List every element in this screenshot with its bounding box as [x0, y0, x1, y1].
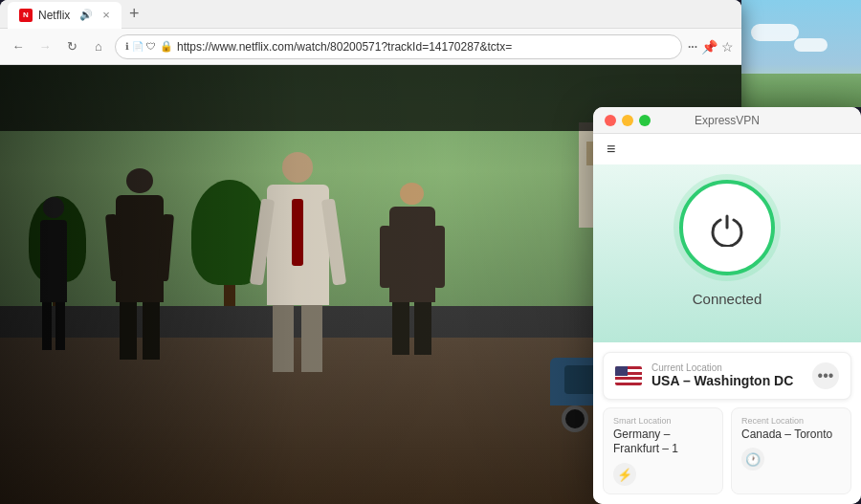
forward-button[interactable]: → [34, 36, 55, 57]
expressvpn-window: ExpressVPN ≡ Connected [593, 107, 861, 504]
desktop-background [741, 0, 861, 107]
vpn-bottom-panel: Current Location USA – Washington DC •••… [593, 342, 861, 504]
more-button[interactable]: ··· [688, 40, 697, 54]
shield-icon: 🛡 [146, 41, 156, 52]
window-controls [605, 115, 651, 126]
tab-close-button[interactable]: × [102, 8, 110, 22]
recent-location-card[interactable]: Recent Location Canada – Toronto 🕐 [731, 407, 851, 494]
usa-flag-icon [615, 366, 642, 385]
reload-button[interactable]: ↻ [61, 36, 82, 57]
current-location-card[interactable]: Current Location USA – Washington DC ••• [603, 352, 851, 400]
recent-location-connect-button[interactable]: 🕐 [741, 448, 764, 471]
recent-location-label: Recent Location [741, 416, 841, 426]
pocket-icon[interactable]: 📌 [701, 39, 718, 55]
browser-titlebar: N Netflix 🔊 × + [0, 0, 741, 29]
page-info-icon: ℹ [125, 41, 129, 52]
vpn-titlebar: ExpressVPN [593, 107, 861, 134]
close-window-button[interactable] [605, 115, 616, 126]
current-location-info: Current Location USA – Washington DC [651, 362, 803, 388]
smart-location-label: Smart Location [613, 416, 713, 426]
recent-location-name: Canada – Toronto [741, 427, 841, 443]
browser-tab[interactable]: N Netflix 🔊 × [8, 2, 121, 29]
bookmark-icon[interactable]: ☆ [721, 39, 734, 55]
address-bar-icons: ℹ 📄 🛡 [125, 41, 156, 52]
maximize-window-button[interactable] [639, 115, 651, 126]
smart-location-card[interactable]: Smart Location Germany – Frankfurt – 1 ⚡ [603, 407, 723, 494]
vpn-body: ≡ Connected Current Location U [593, 134, 861, 504]
minimize-window-button[interactable] [622, 115, 633, 126]
vpn-window-title: ExpressVPN [695, 114, 760, 127]
tab-title: Netflix [38, 9, 70, 22]
clock-icon: 🕐 [745, 452, 761, 467]
vpn-connected-area: Connected [593, 164, 861, 342]
quick-locations-row: Smart Location Germany – Frankfurt – 1 ⚡… [603, 407, 851, 494]
toolbar-right-actions: ··· 📌 ☆ [688, 39, 734, 55]
browser-toolbar: ← → ↻ ⌂ ℹ 📄 🛡 🔒 https://www.netflix.com/… [0, 29, 741, 65]
more-icon: ••• [818, 367, 834, 384]
new-tab-button[interactable]: + [129, 4, 140, 24]
current-location-label: Current Location [651, 362, 803, 373]
hamburger-menu-button[interactable]: ≡ [607, 141, 615, 158]
tab-audio-icon[interactable]: 🔊 [79, 9, 93, 21]
home-button[interactable]: ⌂ [88, 36, 109, 57]
current-location-name: USA – Washington DC [651, 373, 803, 388]
power-icon [703, 204, 751, 252]
vpn-header: ≡ [593, 134, 861, 164]
url-text: https://www.netflix.com/watch/80200571?t… [177, 40, 672, 54]
reader-icon: 📄 [132, 41, 144, 52]
netflix-favicon: N [19, 9, 33, 22]
address-bar[interactable]: ℹ 📄 🛡 🔒 https://www.netflix.com/watch/80… [115, 34, 682, 59]
vpn-power-button[interactable] [679, 180, 775, 275]
back-button[interactable]: ← [8, 36, 29, 57]
lock-icon: 🔒 [160, 40, 173, 53]
current-location-more-button[interactable]: ••• [812, 362, 839, 389]
lightning-icon: ⚡ [617, 468, 632, 482]
smart-location-connect-button[interactable]: ⚡ [613, 463, 636, 486]
smart-location-name: Germany – Frankfurt – 1 [613, 427, 713, 457]
connection-status-text: Connected [693, 291, 762, 307]
